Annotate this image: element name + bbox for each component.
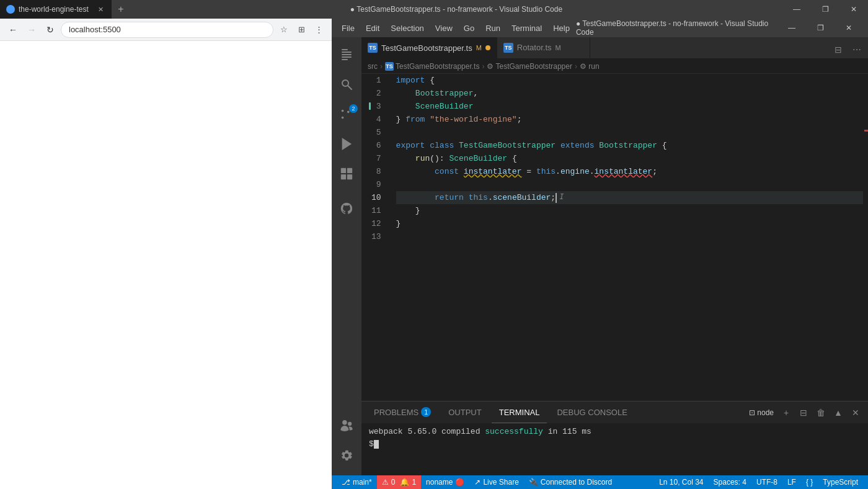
tab-testgamebootstrapper[interactable]: TS TestGameBootstrapper.ts M [361, 37, 497, 58]
browser-tab-title: the-world-engine-test [19, 5, 89, 14]
breadcrumb-src[interactable]: src [368, 62, 378, 71]
svg-rect-9 [347, 168, 352, 173]
menu-edit[interactable]: Edit [361, 21, 384, 35]
line-num-5: 5 [371, 126, 381, 139]
code-editor[interactable]: 1 2 3 4 5 6 7 8 9 10 11 12 13 [361, 74, 868, 401]
status-eol[interactable]: LF [782, 475, 801, 489]
bookmark-button[interactable]: ☆ [276, 22, 292, 38]
vscode-minimize[interactable]: — [777, 19, 806, 37]
breadcrumb-file[interactable]: TS TestGameBootstrapper.ts [385, 62, 479, 71]
terminal-success-word: successfully [485, 427, 543, 436]
tab-debug-console[interactable]: DEBUG CONSOLE [549, 402, 634, 423]
svg-line-6 [348, 86, 352, 89]
activity-settings[interactable] [332, 441, 361, 470]
status-format[interactable]: { } [801, 475, 818, 489]
status-spaces[interactable]: Spaces: 4 [709, 475, 751, 489]
browser-tab[interactable]: the-world-engine-test ✕ [0, 0, 112, 19]
activity-extensions[interactable] [332, 159, 361, 189]
code-line-1: import { [396, 74, 863, 87]
vscode-body: 2 [332, 37, 868, 475]
status-language[interactable]: TypeScript [818, 475, 863, 489]
vscode-maximize[interactable]: ❐ [806, 19, 835, 37]
add-terminal-button[interactable]: + [779, 405, 794, 420]
liveshare-icon: ↗ [474, 478, 480, 487]
split-terminal-button[interactable]: ⊟ [796, 405, 811, 420]
favicon-icon [6, 5, 15, 14]
breadcrumb-method[interactable]: ⚙ run [580, 62, 600, 71]
source-control-badge: 2 [349, 104, 358, 113]
activity-debug[interactable] [332, 129, 361, 159]
menu-help[interactable]: Help [548, 21, 575, 35]
activity-remote[interactable] [332, 411, 361, 441]
problems-label: PROBLEMS [374, 408, 418, 417]
status-branch[interactable]: ⎇ main* [337, 475, 377, 489]
titlebar-left: the-world-engine-test ✕ + [0, 0, 130, 19]
tab-problems[interactable]: PROBLEMS 1 [366, 402, 438, 423]
menu-file[interactable]: File [337, 21, 360, 35]
encoding-label: UTF-8 [756, 478, 777, 487]
tab-bar-actions: ⊟ ⋯ [830, 41, 868, 58]
status-encoding[interactable]: UTF-8 [751, 475, 782, 489]
warning-count: 1 [412, 478, 416, 487]
menu-go[interactable]: Go [459, 21, 479, 35]
forward-button[interactable]: → [24, 22, 40, 38]
menu-terminal[interactable]: Terminal [507, 21, 547, 35]
close-button[interactable]: ✕ [839, 0, 868, 19]
status-liveshare[interactable]: ↗ Live Share [469, 475, 523, 489]
kill-terminal-button[interactable]: 🗑 [813, 405, 828, 420]
status-discord[interactable]: 🔌 Connected to Discord [524, 475, 617, 489]
browser-actions: ☆ ⊞ ⋮ [276, 22, 327, 38]
split-editor-button[interactable]: ⊟ [830, 41, 847, 58]
maximize-button[interactable]: ❐ [811, 0, 839, 19]
new-tab-button[interactable]: + [112, 0, 130, 19]
tab-output[interactable]: OUTPUT [441, 402, 489, 423]
status-errors[interactable]: ⚠ 0 🔔 1 [377, 475, 421, 489]
error-decoration [864, 130, 868, 132]
main-layout: ← → ↻ ☆ ⊞ ⋮ File Edit Selection View Go … [0, 19, 868, 489]
vscode-close[interactable]: ✕ [835, 19, 863, 37]
line-num-1: 1 [371, 74, 381, 87]
discord-icon: 🔌 [529, 478, 538, 487]
browser-toolbar: ← → ↻ ☆ ⊞ ⋮ [0, 19, 332, 41]
activity-search[interactable] [332, 70, 361, 99]
terminal-webpack-text: webpack 5.65.0 compiled [369, 427, 485, 436]
discord-label: Connected to Discord [541, 478, 612, 487]
address-bar[interactable] [61, 22, 273, 38]
tab-modified-1: M [476, 44, 482, 52]
activity-source-control[interactable]: 2 [332, 99, 361, 129]
more-actions-button[interactable]: ⋯ [848, 41, 866, 58]
ts-icon-1: TS [368, 43, 378, 53]
close-panel-button[interactable]: ✕ [848, 405, 863, 420]
browser-menu-button[interactable]: ⋮ [311, 22, 327, 38]
menu-view[interactable]: View [430, 21, 458, 35]
breadcrumb-sep-2: › [482, 62, 484, 71]
refresh-button[interactable]: ↻ [42, 22, 58, 38]
vscode-window-title: ● TestGameBootstrapper.ts - no-framework… [576, 19, 771, 37]
status-cursor-pos[interactable]: Ln 10, Col 34 [654, 475, 708, 489]
svg-rect-4 [342, 59, 348, 60]
activity-github[interactable] [332, 194, 361, 223]
browser-panel: ← → ↻ ☆ ⊞ ⋮ [0, 19, 332, 489]
status-right: Ln 10, Col 34 Spaces: 4 UTF-8 LF { } Typ… [654, 475, 863, 489]
tab-terminal[interactable]: TERMINAL [492, 402, 547, 423]
maximize-panel-button[interactable]: ▲ [831, 405, 846, 420]
menu-selection[interactable]: Selection [386, 21, 428, 35]
browser-tab-close[interactable]: ✕ [95, 4, 105, 14]
tab-rotator[interactable]: TS Rotator.ts M [497, 37, 590, 58]
terminal-actions: ⊡ node + ⊟ 🗑 ▲ ✕ [746, 405, 863, 420]
code-line-13 [396, 230, 863, 243]
error-icon: ⚠ [382, 478, 389, 487]
breadcrumb-class[interactable]: ⚙ TestGameBootstrapper [487, 62, 572, 71]
menu-run[interactable]: Run [480, 21, 505, 35]
scrollbar-decorations [864, 74, 868, 401]
tab-bar: TS TestGameBootstrapper.ts M TS Rotator.… [361, 37, 868, 59]
activity-explorer[interactable] [332, 40, 361, 70]
terminal-panel: PROBLEMS 1 OUTPUT TERMINAL DEBUG CONSOLE [361, 401, 868, 475]
minimize-button[interactable]: — [782, 0, 811, 19]
extensions-icon[interactable]: ⊞ [293, 22, 309, 38]
line-num-13: 13 [371, 230, 381, 243]
back-button[interactable]: ← [5, 22, 21, 38]
editor-area: TS TestGameBootstrapper.ts M TS Rotator.… [361, 37, 868, 475]
line-num-6: 6 [371, 139, 381, 152]
status-noname[interactable]: noname 🔴 [421, 475, 469, 489]
